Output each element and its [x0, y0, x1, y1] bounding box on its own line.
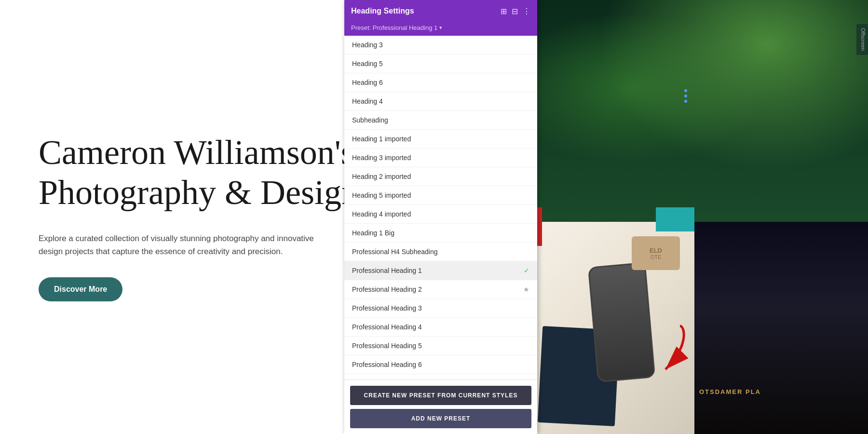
- preset-bar[interactable]: Preset: Professional Heading 1 ▾: [344, 21, 537, 36]
- preset-item[interactable]: Heading 6: [344, 73, 537, 92]
- preset-item[interactable]: Heading 3: [344, 36, 537, 54]
- preset-item-label: Heading 4: [352, 97, 383, 105]
- panel-header-icons: ⊞ ⊟ ⋮: [501, 7, 530, 16]
- preset-item[interactable]: Heading 3 imported: [344, 149, 537, 167]
- offscreen-label: Offscreen: [856, 24, 868, 55]
- preset-item[interactable]: Heading 4: [344, 92, 537, 111]
- preset-bar-label: Preset: Professional Heading 1: [351, 24, 437, 31]
- blue-dots: [684, 89, 687, 103]
- plant-image: [530, 0, 868, 222]
- preset-item[interactable]: Professional Heading 1✓: [344, 261, 537, 280]
- discover-more-button[interactable]: Discover More: [39, 277, 122, 301]
- preset-item[interactable]: Heading 2 imported: [344, 167, 537, 186]
- preset-item[interactable]: Heading 4 imported: [344, 205, 537, 224]
- check-icon: ✓: [524, 267, 529, 274]
- preset-item-label: Professional Heading 6: [352, 361, 422, 368]
- divi-panel: Heading Settings ⊞ ⊟ ⋮ Preset: Professio…: [344, 0, 537, 434]
- preset-item-label: Heading 1 Big: [352, 229, 394, 237]
- teal-accent-bar: [656, 207, 694, 231]
- preset-item-label: Professional Heading 4: [352, 323, 422, 331]
- city-sign: OTSDAMER PLA: [699, 388, 761, 395]
- panel-title: Heading Settings: [351, 7, 414, 15]
- preset-item-label: Heading 5 imported: [352, 191, 411, 199]
- preset-item[interactable]: Heading 5 imported: [344, 186, 537, 205]
- preset-item[interactable]: Heading 5: [344, 54, 537, 73]
- preset-item[interactable]: Professional Heading 6: [344, 355, 537, 374]
- preset-item-label: Heading 1 imported: [352, 135, 411, 143]
- preset-item-label: Professional Heading 5: [352, 342, 422, 350]
- preset-item-label: Heading 6: [352, 79, 383, 86]
- photo-bottom-left: ELD OTE: [530, 222, 694, 434]
- preset-item-label: Subheading: [352, 116, 388, 124]
- photo-bottom-right: OTSDAMER PLA: [694, 222, 868, 434]
- preset-item-label: Heading 3 imported: [352, 154, 411, 162]
- preset-dropdown-arrow-icon: ▾: [439, 25, 442, 31]
- photo-area: Offscreen ELD OTE OTSDAMER PLA: [530, 0, 868, 434]
- preset-item[interactable]: Subheading: [344, 111, 537, 130]
- preset-item-label: Heading 4 imported: [352, 210, 411, 218]
- more-options-icon[interactable]: ⋮: [523, 7, 530, 16]
- create-preset-button[interactable]: CREATE NEW PRESET FROM CURRENT STYLES: [350, 386, 531, 405]
- preset-list[interactable]: Heading 3Heading 5Heading 6Heading 4Subh…: [344, 36, 537, 380]
- phone-mockup: [588, 262, 655, 383]
- preset-item[interactable]: Professional Heading 2★: [344, 280, 537, 299]
- preset-item-label: Heading 5: [352, 60, 383, 68]
- preset-item[interactable]: Professional Heading 4: [344, 318, 537, 337]
- preset-item-label: Professional Heading 2: [352, 285, 422, 293]
- star-icon: ★: [523, 285, 529, 293]
- blue-dot-2: [684, 95, 687, 97]
- photo-top: Offscreen: [530, 0, 868, 222]
- card-visual: ELD OTE: [632, 236, 680, 270]
- preset-item[interactable]: Professional Heading 5: [344, 337, 537, 355]
- photo-bottom: ELD OTE OTSDAMER PLA: [530, 222, 868, 434]
- preset-item-label: Professional H4 Subheading: [352, 248, 437, 256]
- city-lights: [694, 222, 868, 434]
- preset-item-label: Professional Heading 1: [352, 267, 422, 274]
- preset-item-label: Heading 2 imported: [352, 173, 411, 180]
- preset-item[interactable]: Professional H4 Subheading: [344, 243, 537, 261]
- add-preset-button[interactable]: ADD NEW PRESET: [350, 409, 531, 428]
- preset-item[interactable]: Heading 1 Big: [344, 224, 537, 243]
- collapse-icon[interactable]: ⊟: [512, 7, 518, 16]
- preset-item-label: Heading 3: [352, 41, 383, 49]
- blue-dot-1: [684, 89, 687, 92]
- preset-item-label: Professional Heading 3: [352, 304, 422, 312]
- phone-screen: [589, 264, 654, 381]
- preset-item[interactable]: Professional Heading 3: [344, 299, 537, 318]
- panel-header: Heading Settings ⊞ ⊟ ⋮: [344, 0, 537, 21]
- preset-item[interactable]: Heading 1 imported: [344, 130, 537, 149]
- panel-footer: CREATE NEW PRESET FROM CURRENT STYLES AD…: [344, 380, 537, 434]
- expand-icon[interactable]: ⊞: [501, 7, 507, 16]
- preview-description: Explore a curated collection of visually…: [39, 232, 338, 258]
- blue-dot-3: [684, 100, 687, 103]
